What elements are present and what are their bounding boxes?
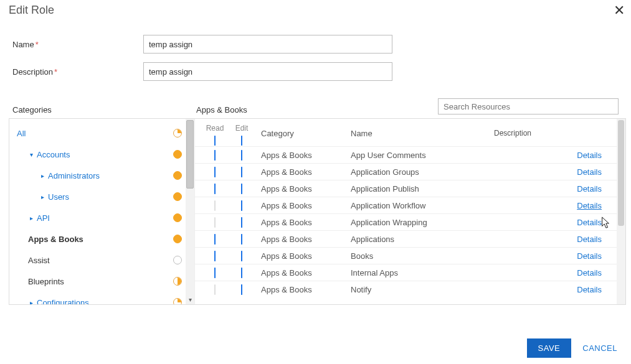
details-link[interactable]: Details bbox=[577, 285, 602, 294]
cell-name: Applications bbox=[351, 235, 494, 244]
edit-checkbox[interactable] bbox=[241, 217, 242, 228]
cell-name: Notify bbox=[351, 285, 494, 294]
details-link[interactable]: Details bbox=[577, 218, 602, 227]
chevron-right-icon: ▸ bbox=[28, 215, 34, 222]
form-area: Name* Description* bbox=[0, 17, 631, 95]
tree-item-label: Configurations bbox=[37, 298, 89, 305]
cell-category: Apps & Books bbox=[257, 268, 351, 278]
form-row-name: Name* bbox=[12, 35, 619, 54]
edit-checkbox[interactable] bbox=[241, 284, 242, 295]
cell-name: Application Wrapping bbox=[351, 218, 494, 227]
tree-item-label: Blueprints bbox=[28, 277, 64, 286]
cell-category: Apps & Books bbox=[257, 251, 351, 261]
cancel-button[interactable]: CANCEL bbox=[582, 343, 617, 353]
description-input[interactable] bbox=[143, 62, 392, 81]
categories-tree: All▾Accounts▸Administrators▸Users▸APIApp… bbox=[9, 119, 195, 304]
table-row: Apps & BooksApplication WrappingDetails bbox=[195, 213, 617, 230]
edit-checkbox[interactable] bbox=[241, 150, 242, 161]
read-checkbox[interactable] bbox=[214, 251, 216, 261]
table-row: Apps & BooksApplication GroupsDetails bbox=[195, 163, 617, 180]
status-dot-icon bbox=[173, 129, 182, 138]
status-dot-icon bbox=[173, 256, 182, 264]
edit-checkbox[interactable] bbox=[241, 200, 242, 211]
required-asterisk: * bbox=[54, 67, 57, 77]
status-dot-icon bbox=[173, 277, 182, 286]
section-labels: Categories Apps & Books bbox=[0, 95, 631, 117]
status-dot-icon bbox=[173, 171, 182, 180]
form-row-description: Description* bbox=[12, 62, 619, 81]
details-link[interactable]: Details bbox=[577, 167, 602, 177]
tree-item-configurations[interactable]: ▸Configurations bbox=[13, 292, 194, 304]
table-row: Apps & BooksNotifyDetails bbox=[195, 281, 617, 297]
tree-item-assist[interactable]: Assist bbox=[13, 250, 194, 271]
cell-name: Application Workflow bbox=[351, 201, 494, 210]
save-button[interactable]: SAVE bbox=[527, 338, 572, 358]
cell-category: Apps & Books bbox=[257, 151, 351, 160]
details-link[interactable]: Details bbox=[577, 151, 602, 160]
edit-checkbox[interactable] bbox=[241, 184, 242, 194]
details-link[interactable]: Details bbox=[577, 251, 602, 261]
tree-scroll-thumb[interactable] bbox=[186, 120, 194, 189]
tree-item-api[interactable]: ▸API bbox=[13, 207, 194, 228]
main-grid: All▾Accounts▸Administrators▸Users▸APIApp… bbox=[9, 118, 626, 305]
edit-checkbox[interactable] bbox=[241, 167, 242, 177]
cell-name: Internal Apps bbox=[351, 268, 494, 278]
tree-item-accounts[interactable]: ▾Accounts bbox=[13, 144, 194, 165]
status-dot-icon bbox=[173, 235, 182, 243]
cell-name: App User Comments bbox=[351, 151, 494, 160]
tree-item-all[interactable]: All bbox=[13, 123, 194, 144]
tree-scrollbar[interactable]: ▾ bbox=[186, 119, 194, 304]
edit-all-checkbox[interactable] bbox=[241, 136, 242, 146]
read-checkbox bbox=[214, 217, 216, 228]
cell-category: Apps & Books bbox=[257, 184, 351, 194]
edit-checkbox[interactable] bbox=[241, 268, 242, 278]
name-label: Name* bbox=[12, 40, 143, 49]
details-link[interactable]: Details bbox=[577, 235, 602, 244]
read-checkbox[interactable] bbox=[214, 234, 216, 245]
cell-category: Apps & Books bbox=[257, 201, 351, 210]
status-dot-icon bbox=[173, 298, 182, 304]
cell-category: Apps & Books bbox=[257, 235, 351, 244]
name-label-text: Name bbox=[12, 40, 34, 49]
resources-table: Read Edit Category Name Description Apps… bbox=[195, 119, 625, 304]
search-resources-input[interactable] bbox=[438, 98, 619, 114]
name-input[interactable] bbox=[143, 35, 392, 54]
tree-item-apps-books[interactable]: Apps & Books bbox=[13, 228, 194, 250]
tree-item-label: Apps & Books bbox=[28, 235, 83, 244]
table-row: Apps & BooksApplicationsDetails bbox=[195, 230, 617, 247]
col-header-category: Category bbox=[257, 124, 351, 138]
tree-item-users[interactable]: ▸Users bbox=[13, 186, 194, 207]
details-link[interactable]: Details bbox=[577, 268, 602, 278]
table-row: Apps & BooksApp User CommentsDetails bbox=[195, 146, 617, 163]
chevron-right-icon: ▸ bbox=[39, 194, 45, 200]
tree-item-label: Administrators bbox=[48, 171, 100, 180]
required-asterisk: * bbox=[36, 40, 39, 49]
cell-name: Application Groups bbox=[351, 167, 494, 177]
tree-item-label: Assist bbox=[28, 256, 50, 265]
table-row: Apps & BooksApplication PublishDetails bbox=[195, 180, 617, 197]
table-scrollbar[interactable] bbox=[617, 119, 625, 304]
details-link[interactable]: Details bbox=[577, 184, 602, 194]
read-checkbox[interactable] bbox=[214, 184, 216, 194]
read-checkbox[interactable] bbox=[214, 167, 216, 177]
read-checkbox[interactable] bbox=[214, 268, 216, 278]
table-row: Apps & BooksBooksDetails bbox=[195, 247, 617, 264]
status-dot-icon bbox=[173, 150, 182, 159]
chevron-down-icon: ▾ bbox=[28, 151, 34, 158]
col-header-name: Name bbox=[351, 124, 494, 138]
categories-heading: Categories bbox=[12, 105, 196, 114]
edit-checkbox[interactable] bbox=[241, 234, 242, 245]
description-label-text: Description bbox=[12, 67, 53, 77]
tree-scroll-down-icon[interactable]: ▾ bbox=[186, 296, 194, 304]
tree-item-administrators[interactable]: ▸Administrators bbox=[13, 165, 194, 186]
cell-name: Books bbox=[351, 251, 494, 261]
edit-role-modal: Edit Role ✕ Name* Description* Categorie… bbox=[0, 0, 631, 364]
details-link[interactable]: Details bbox=[577, 201, 602, 210]
edit-checkbox[interactable] bbox=[241, 251, 242, 261]
close-icon[interactable]: ✕ bbox=[614, 4, 625, 17]
table-scroll-thumb[interactable] bbox=[618, 120, 624, 226]
read-all-checkbox[interactable] bbox=[214, 136, 216, 146]
col-header-description: Description bbox=[494, 124, 573, 138]
read-checkbox[interactable] bbox=[214, 150, 216, 161]
tree-item-blueprints[interactable]: Blueprints bbox=[13, 271, 194, 292]
